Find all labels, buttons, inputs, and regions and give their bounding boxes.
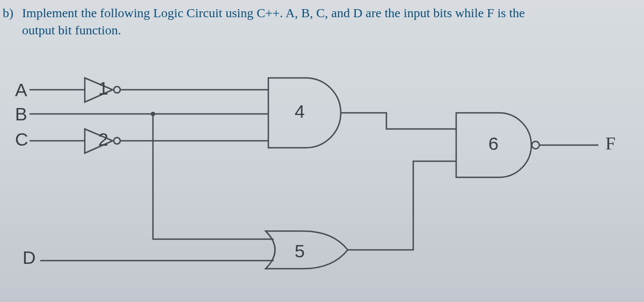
svg-point-1 [114, 138, 120, 144]
question-line-2: output bit function. [22, 21, 121, 39]
gate-label-2: 2 [98, 129, 108, 150]
question-label: b) [3, 4, 13, 21]
wire-5-to-6 [348, 161, 456, 250]
svg-point-2 [532, 141, 539, 149]
gate-label-6: 6 [488, 133, 499, 154]
gate-label-5: 5 [295, 241, 305, 262]
wire-4-to-6 [341, 113, 456, 129]
wire-b-to-5 [153, 114, 274, 239]
input-label-c: C [15, 129, 28, 150]
or-gate-5 [266, 231, 348, 269]
logic-circuit-diagram: A B C D 1 2 4 5 6 F [0, 48, 644, 301]
input-label-d: D [23, 247, 36, 268]
input-label-a: A [15, 80, 27, 100]
gate-label-4: 4 [295, 101, 305, 122]
circuit-svg [0, 48, 644, 301]
question-text: b) Implement the following Logic Circuit… [3, 4, 639, 39]
input-label-b: B [15, 104, 27, 125]
output-label-f: F [605, 133, 616, 154]
question-line-1: Implement the following Logic Circuit us… [22, 6, 525, 20]
gate-label-1: 1 [98, 78, 108, 99]
svg-point-0 [114, 87, 120, 93]
